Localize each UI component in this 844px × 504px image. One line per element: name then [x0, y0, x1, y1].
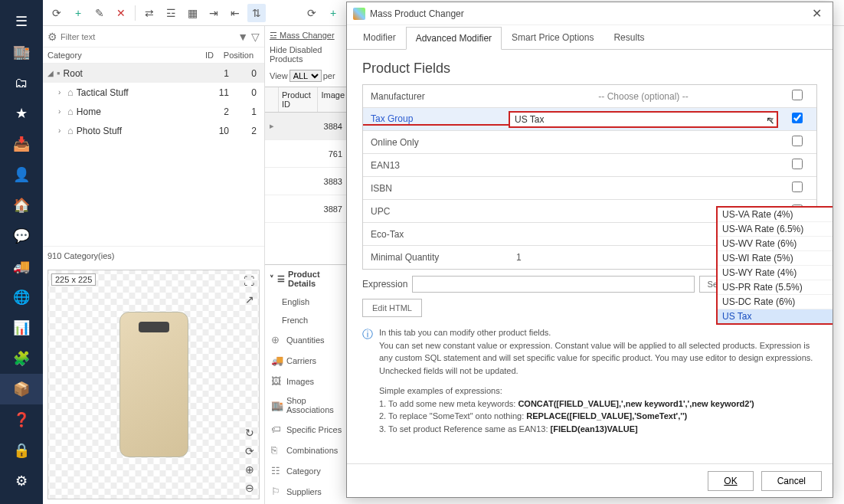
tab-modifier[interactable]: Modifier: [353, 26, 406, 49]
per-label: per: [323, 71, 335, 80]
nav-item[interactable]: 👤: [0, 159, 43, 190]
dropdown-option[interactable]: US-PR Rate (5.5%): [718, 280, 833, 295]
detail-group[interactable]: ☷Category: [265, 460, 349, 481]
tax-group-dropdown[interactable]: US Tax ▾ ↖: [509, 111, 778, 128]
category-row[interactable]: ›⌂ Tactical Stuff 11 0: [43, 83, 264, 102]
tree-icon[interactable]: ☲: [162, 4, 180, 22]
category-row[interactable]: ›⌂ Photo Stuff 10 2: [43, 121, 264, 140]
dropdown-option[interactable]: US-DC Rate (6%): [718, 295, 833, 309]
add-icon[interactable]: +: [69, 4, 87, 22]
expression-input[interactable]: [412, 276, 694, 293]
category-row[interactable]: ◢▪ Root 1 0: [43, 64, 264, 83]
detail-group[interactable]: ⚐Suppliers: [265, 481, 349, 502]
nav-item[interactable]: 🧩: [0, 343, 43, 374]
field-row: ISBN: [363, 177, 816, 200]
shop-icon: 🏬: [271, 400, 282, 411]
suppliers-icon: ⚐: [271, 486, 282, 497]
refresh-icon[interactable]: ⟳: [303, 4, 321, 22]
lang-item[interactable]: French: [265, 311, 349, 329]
zoom-in-icon[interactable]: ⊕: [245, 463, 254, 476]
menu-icon[interactable]: ☰: [0, 6, 43, 37]
tab-advanced-modifier[interactable]: Advanced Modifier: [406, 27, 502, 50]
gear-icon[interactable]: ⚙: [47, 31, 57, 43]
rotate-icon[interactable]: ↻: [245, 427, 254, 439]
home-icon: ⌂: [67, 106, 74, 117]
nav-item[interactable]: 🌐: [0, 282, 43, 313]
detail-group[interactable]: 🏷Specific Prices: [265, 419, 349, 440]
dialog-footer: OK Cancel: [347, 463, 833, 497]
combinations-icon: ⎘: [271, 444, 282, 456]
dropdown-option[interactable]: US Tax: [718, 309, 833, 323]
nav-item[interactable]: 📦: [0, 374, 43, 404]
tab-smart-price[interactable]: Smart Price Options: [502, 26, 604, 49]
nav-item[interactable]: ★: [0, 98, 43, 129]
cancel-button[interactable]: Cancel: [761, 471, 822, 491]
field-checkbox[interactable]: [792, 90, 803, 100]
sort-icon[interactable]: ⇅: [247, 4, 266, 22]
category-icon: ☷: [271, 465, 282, 476]
dropdown-option[interactable]: US-WI Rate (5%): [718, 251, 833, 266]
edit-html-button[interactable]: Edit HTML: [362, 299, 422, 317]
filter-input[interactable]: [61, 32, 234, 41]
hide-disabled-label: Hide Disabled Products: [265, 45, 348, 68]
dropdown-option[interactable]: US-VA Rate (4%): [718, 208, 833, 222]
nav-item[interactable]: ❓: [0, 404, 43, 435]
refresh-icon[interactable]: ⟳: [47, 4, 66, 22]
dropdown-option[interactable]: US-WA Rate (6.5%): [718, 222, 833, 237]
table-row[interactable]: ▸3884: [265, 113, 348, 140]
view-select[interactable]: ALL: [290, 70, 322, 82]
nav-item[interactable]: 🚚: [0, 251, 43, 282]
table-row[interactable]: 3883: [265, 168, 348, 195]
detail-header[interactable]: ˅☰Product Details: [265, 265, 349, 293]
field-row: Manufacturer -- Choose (optional) --: [363, 85, 816, 108]
add-icon[interactable]: +: [324, 4, 342, 22]
detail-group[interactable]: ⎘Combinations: [265, 440, 349, 460]
dropdown-option[interactable]: US-WY Rate (4%): [718, 266, 833, 280]
image-dimensions: 225 x 225: [51, 273, 96, 286]
section-heading: Product Fields: [362, 61, 817, 77]
nav-item[interactable]: 💬: [0, 221, 43, 251]
nav-item[interactable]: 📥: [0, 129, 43, 159]
nav-item[interactable]: ⚙: [0, 466, 43, 496]
zoom-out-icon[interactable]: ⊖: [245, 482, 254, 494]
dropdown-option[interactable]: US-WV Rate (6%): [718, 237, 833, 251]
import-icon[interactable]: ⇥: [204, 4, 223, 22]
field-checkbox[interactable]: [792, 113, 803, 123]
nav-item[interactable]: 🔒: [0, 435, 43, 466]
field-checkbox[interactable]: [792, 182, 803, 192]
detail-group[interactable]: 🚚Carriers: [265, 350, 349, 371]
tab-results[interactable]: Results: [604, 26, 654, 49]
refresh-icon[interactable]: ⟳: [245, 445, 254, 457]
nav-item[interactable]: 📊: [0, 313, 43, 343]
lang-item[interactable]: English: [265, 293, 349, 311]
table-row[interactable]: 3887: [265, 195, 348, 223]
dialog-tabs: Modifier Advanced Modifier Smart Price O…: [347, 25, 833, 50]
nav-item[interactable]: 🏠: [0, 190, 43, 221]
grid-icon[interactable]: ▦: [183, 4, 201, 22]
field-checkbox[interactable]: [792, 159, 803, 169]
filter-icon[interactable]: ▼: [237, 31, 248, 43]
table-row[interactable]: 761: [265, 140, 348, 168]
nav-item[interactable]: 🗂: [0, 67, 43, 98]
image-preview: 225 x 225 ⛶ ↗ ↻ ⟳ ⊕ ⊖: [47, 270, 260, 499]
category-row[interactable]: ›⌂ Home 2 1: [43, 102, 264, 121]
edit-icon[interactable]: ✎: [90, 4, 109, 22]
category-count: 910 Category(ies): [43, 246, 264, 265]
field-row-tax-group: Tax Group US Tax ▾ ↖: [363, 108, 816, 131]
delete-icon[interactable]: ✕: [112, 4, 130, 22]
tag-icon: 🏷: [271, 424, 282, 435]
expand-icon[interactable]: ⛶: [244, 275, 254, 287]
close-icon[interactable]: ✕: [807, 5, 826, 22]
filter-clear-icon[interactable]: ▽: [251, 31, 260, 43]
breadcrumb[interactable]: ☲ Mass Changer: [265, 26, 348, 45]
nav-item[interactable]: 🏬: [0, 37, 43, 67]
detail-group[interactable]: ⊕Quantities: [265, 329, 349, 350]
open-icon[interactable]: ↗: [245, 293, 254, 306]
detail-group[interactable]: 🖼Images: [265, 371, 349, 391]
export-icon[interactable]: ⇤: [226, 4, 244, 22]
field-checkbox[interactable]: [792, 136, 803, 146]
field-value[interactable]: -- Choose (optional) --: [509, 91, 778, 102]
ok-button[interactable]: OK: [708, 471, 753, 491]
detail-group[interactable]: 🏬Shop Associations: [265, 391, 349, 419]
swap-icon[interactable]: ⇄: [140, 4, 159, 22]
